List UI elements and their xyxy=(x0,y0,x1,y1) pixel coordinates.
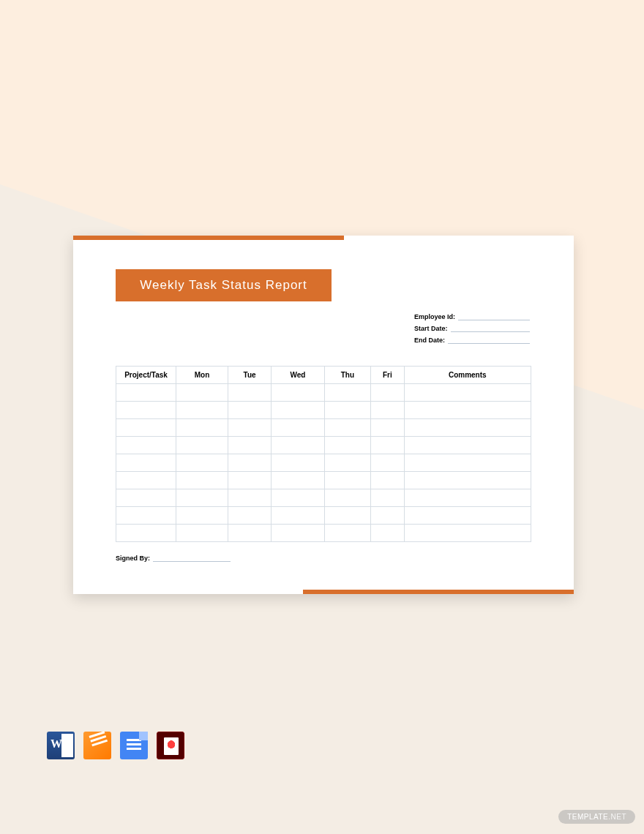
end-date-label: End Date: xyxy=(414,337,445,344)
table-cell xyxy=(228,419,271,437)
table-row xyxy=(116,419,531,437)
table-cell xyxy=(404,525,531,542)
table-row xyxy=(116,384,531,402)
start-date-line xyxy=(451,325,530,332)
table-cell xyxy=(404,419,531,437)
col-comments: Comments xyxy=(404,367,531,384)
table-cell xyxy=(404,384,531,402)
table-cell xyxy=(116,507,176,525)
word-icon[interactable] xyxy=(47,732,75,759)
table-cell xyxy=(371,507,404,525)
table-cell xyxy=(324,384,371,402)
task-table: Project/Task Mon Tue Wed Thu Fri Comment… xyxy=(116,366,531,542)
table-cell xyxy=(176,384,228,402)
table-cell xyxy=(272,419,324,437)
col-mon: Mon xyxy=(176,367,228,384)
table-cell xyxy=(324,437,371,454)
table-cell xyxy=(116,472,176,489)
signed-by-line xyxy=(153,555,231,562)
table-cell xyxy=(176,402,228,419)
table-header-row: Project/Task Mon Tue Wed Thu Fri Comment… xyxy=(116,367,531,384)
table-cell xyxy=(176,525,228,542)
employee-id-label: Employee Id: xyxy=(414,313,455,320)
signed-by-row: Signed By: xyxy=(116,555,231,562)
document-preview: Weekly Task Status Report Employee Id: S… xyxy=(73,236,574,594)
table-row xyxy=(116,472,531,489)
table-cell xyxy=(116,419,176,437)
watermark-badge: TEMPLATE.NET xyxy=(558,810,635,824)
table-row xyxy=(116,507,531,525)
col-wed: Wed xyxy=(272,367,324,384)
pages-icon[interactable] xyxy=(83,732,111,759)
table-cell xyxy=(371,489,404,507)
start-date-row: Start Date: xyxy=(414,325,530,332)
col-fri: Fri xyxy=(371,367,404,384)
table-cell xyxy=(324,402,371,419)
col-project: Project/Task xyxy=(116,367,176,384)
table-cell xyxy=(228,402,271,419)
employee-id-row: Employee Id: xyxy=(414,313,530,320)
table-cell xyxy=(324,489,371,507)
table-cell xyxy=(404,454,531,472)
table-cell xyxy=(228,437,271,454)
report-title: Weekly Task Status Report xyxy=(116,269,332,301)
end-date-line xyxy=(448,337,530,344)
google-docs-icon[interactable] xyxy=(120,732,148,759)
table-cell xyxy=(272,384,324,402)
table-row xyxy=(116,437,531,454)
table-cell xyxy=(324,454,371,472)
table-cell xyxy=(228,472,271,489)
table-cell xyxy=(116,525,176,542)
col-tue: Tue xyxy=(228,367,271,384)
watermark-suffix: .NET xyxy=(608,813,626,821)
table-cell xyxy=(371,525,404,542)
watermark-brand: TEMPLATE xyxy=(567,813,608,821)
table-cell xyxy=(404,507,531,525)
table-cell xyxy=(116,402,176,419)
table-cell xyxy=(371,454,404,472)
table-cell xyxy=(176,507,228,525)
format-icons-row xyxy=(47,732,184,759)
table-cell xyxy=(228,525,271,542)
pdf-icon[interactable] xyxy=(157,732,184,759)
table-cell xyxy=(404,402,531,419)
table-cell xyxy=(324,525,371,542)
bottom-accent-bar xyxy=(303,590,574,594)
table-cell xyxy=(371,472,404,489)
table-row xyxy=(116,489,531,507)
table-row xyxy=(116,454,531,472)
top-accent-bar xyxy=(73,236,344,240)
table-cell xyxy=(272,402,324,419)
table-row xyxy=(116,402,531,419)
table-cell xyxy=(176,437,228,454)
table-cell xyxy=(228,507,271,525)
table-cell xyxy=(116,384,176,402)
table-cell xyxy=(371,437,404,454)
meta-block: Employee Id: Start Date: End Date: xyxy=(414,313,530,348)
table-cell xyxy=(176,454,228,472)
table-cell xyxy=(272,437,324,454)
table-cell xyxy=(371,402,404,419)
table-cell xyxy=(272,525,324,542)
start-date-label: Start Date: xyxy=(414,325,448,332)
table-cell xyxy=(176,472,228,489)
signed-by-label: Signed By: xyxy=(116,555,150,562)
table-row xyxy=(116,525,531,542)
table-cell xyxy=(176,419,228,437)
end-date-row: End Date: xyxy=(414,337,530,344)
col-thu: Thu xyxy=(324,367,371,384)
table-cell xyxy=(404,489,531,507)
employee-id-line xyxy=(458,313,530,320)
table-cell xyxy=(176,489,228,507)
table-cell xyxy=(272,472,324,489)
table-cell xyxy=(272,507,324,525)
table-cell xyxy=(371,384,404,402)
table-cell xyxy=(272,489,324,507)
table-cell xyxy=(404,437,531,454)
table-cell xyxy=(324,419,371,437)
table-cell xyxy=(324,472,371,489)
table-cell xyxy=(228,489,271,507)
table-cell xyxy=(272,454,324,472)
table-cell xyxy=(404,472,531,489)
table-cell xyxy=(116,489,176,507)
